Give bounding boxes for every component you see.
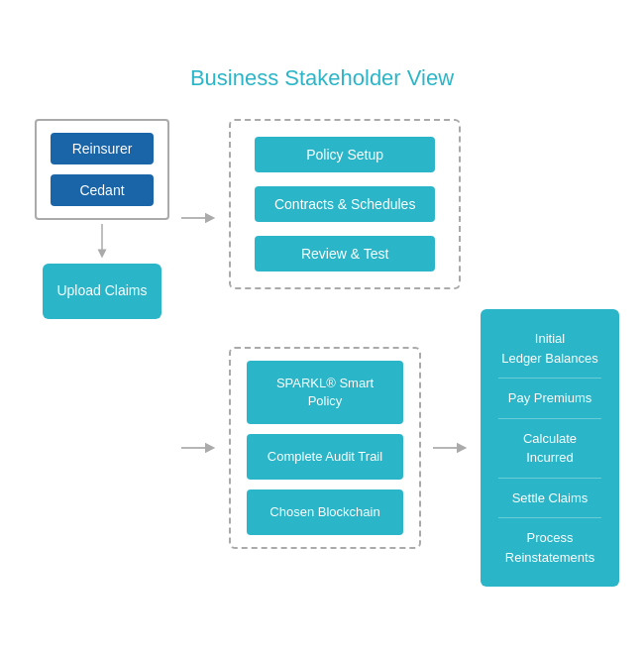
contracts-schedules-item: Contracts & Schedules [255,186,435,222]
arrow-right-3 [433,438,469,458]
arrow-right-1 [181,208,217,228]
result-item-4: Settle Claims [498,489,601,508]
cedant-box: Cedant [51,174,155,206]
result-box: InitialLedger Balances Pay Premiums Calc… [481,309,619,587]
divider-4 [498,517,601,518]
diagram-container: Business Stakeholder View Reinsurer Ceda… [15,46,629,606]
result-item-3: CalculateIncurred [498,429,601,468]
divider-3 [498,478,601,479]
entity-group: Reinsurer Cedant [35,119,170,220]
audit-trail-item: Complete Audit Trail [247,434,403,480]
policy-dashed-box: Policy Setup Contracts & Schedules Revie… [229,119,461,289]
svg-marker-1 [97,250,106,259]
svg-marker-3 [205,213,215,223]
svg-marker-5 [205,443,215,453]
result-item-1: InitialLedger Balances [498,329,601,368]
divider-2 [498,418,601,419]
divider-1 [498,378,601,379]
result-item-2: Pay Premiums [498,388,601,408]
left-column: Reinsurer Cedant Upload Claims [35,119,169,319]
reinsurer-box: Reinsurer [51,133,155,164]
result-item-5: ProcessReinstatements [498,528,601,567]
upload-claims-box: Upload Claims [43,264,161,319]
smart-policy-dashed-box: SPARKL® Smart Policy Complete Audit Trai… [229,347,421,550]
svg-marker-7 [457,443,467,453]
arrow-right-2 [181,438,217,458]
page-title: Business Stakeholder View [25,65,619,91]
sparkl-smart-policy-item: SPARKL® Smart Policy [247,361,403,424]
blockchain-item: Chosen Blockchain [247,489,403,535]
down-arrow-1 [92,224,112,260]
review-test-item: Review & Test [255,236,435,272]
policy-setup-item: Policy Setup [255,137,435,172]
